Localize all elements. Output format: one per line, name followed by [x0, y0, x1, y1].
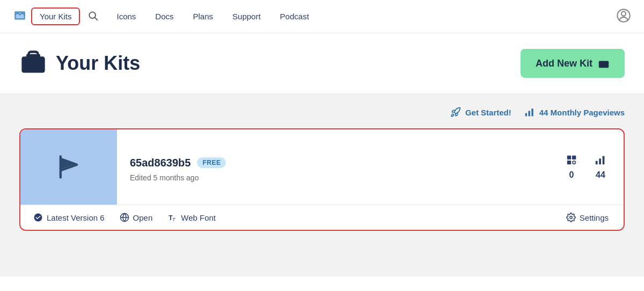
svg-point-0 [90, 12, 96, 18]
svg-rect-12 [572, 156, 576, 159]
nav-item-support[interactable]: Support [224, 8, 269, 25]
kit-version-item[interactable]: Latest Version 6 [33, 213, 105, 222]
kit-open-label: Open [133, 213, 153, 222]
kit-edited-date: Edited 5 months ago [130, 173, 538, 182]
kit-name: 65ad8639b5 [130, 157, 191, 169]
svg-text:T: T [172, 217, 176, 222]
icons-grid-icon [566, 154, 577, 168]
add-new-kit-button[interactable]: Add New Kit [521, 49, 625, 78]
kits-icon [19, 48, 47, 78]
kit-pageviews-count: 44 [596, 170, 605, 180]
nav-item-plans[interactable]: Plans [185, 8, 222, 25]
chart-icon [524, 107, 535, 118]
kit-font-label: Web Font [181, 213, 216, 222]
kit-footer-left: Latest Version 6 Open T T Web Font [33, 213, 216, 222]
svg-rect-13 [567, 161, 571, 164]
stats-row: Get Started! 44 Monthly Pageviews [19, 107, 625, 118]
svg-rect-6 [599, 61, 609, 68]
kit-info: 65ad8639b5 FREE Edited 5 months ago [117, 129, 548, 205]
get-started-label: Get Started! [465, 108, 511, 117]
add-new-kit-label: Add New Kit [536, 58, 592, 69]
nav-item-icons[interactable]: Icons [108, 8, 144, 25]
page-title: Your Kits [56, 52, 140, 75]
kit-open-item[interactable]: Open [120, 213, 153, 222]
svg-rect-5 [26, 54, 40, 59]
nav-right [616, 8, 631, 25]
kit-settings-label: Settings [580, 213, 609, 222]
get-started-stat[interactable]: Get Started! [450, 107, 511, 118]
svg-rect-19 [603, 156, 605, 165]
font-icon: T T [167, 213, 177, 222]
search-icon[interactable] [82, 7, 104, 26]
kit-stats-column: 0 44 [548, 129, 624, 205]
rocket-icon [450, 107, 461, 118]
kit-settings-button[interactable]: Settings [566, 213, 609, 222]
kit-chart-icon [595, 154, 606, 168]
svg-rect-8 [528, 111, 530, 117]
nav-items: Your Kits Icons Docs Plans Support Podca… [31, 7, 616, 26]
kit-card-top: 65ad8639b5 FREE Edited 5 months ago [20, 129, 624, 205]
svg-point-3 [621, 11, 626, 16]
kit-stats-inner: 0 44 [566, 154, 606, 180]
kit-webfont-item[interactable]: T T Web Font [167, 213, 216, 222]
pageviews-stat[interactable]: 44 Monthly Pageviews [524, 107, 625, 118]
globe-icon [120, 213, 129, 222]
user-avatar-icon[interactable] [616, 8, 631, 25]
kit-card: 65ad8639b5 FREE Edited 5 months ago [19, 128, 625, 231]
kit-flag-icon [55, 153, 83, 181]
page-header: Your Kits Add New Kit [0, 33, 644, 94]
pageviews-label: 44 Monthly Pageviews [539, 108, 625, 117]
page-title-area: Your Kits [19, 48, 140, 78]
svg-rect-17 [596, 161, 598, 164]
svg-line-1 [96, 18, 98, 20]
settings-icon [566, 213, 576, 222]
svg-point-25 [570, 216, 573, 219]
logo[interactable] [13, 10, 27, 24]
kit-pageviews-stat: 44 [595, 154, 606, 180]
svg-rect-4 [21, 56, 45, 72]
kit-thumbnail [20, 129, 117, 205]
kit-version-label: Latest Version 6 [47, 213, 105, 222]
navbar: Your Kits Icons Docs Plans Support Podca… [0, 0, 644, 33]
kit-icons-count: 0 [569, 170, 574, 180]
svg-rect-11 [567, 156, 571, 159]
nav-item-podcast[interactable]: Podcast [272, 8, 318, 25]
kit-icons-stat: 0 [566, 154, 577, 180]
nav-item-docs[interactable]: Docs [147, 8, 182, 25]
svg-rect-18 [599, 158, 601, 164]
content-area: Get Started! 44 Monthly Pageviews [0, 94, 644, 277]
svg-rect-9 [531, 108, 533, 116]
svg-rect-7 [525, 113, 526, 117]
nav-item-your-kits[interactable]: Your Kits [31, 8, 80, 25]
check-circle-icon [33, 213, 43, 222]
kit-name-row: 65ad8639b5 FREE [130, 157, 538, 169]
kit-card-footer: Latest Version 6 Open T T Web Font [20, 205, 624, 230]
kit-badge: FREE [197, 157, 226, 168]
